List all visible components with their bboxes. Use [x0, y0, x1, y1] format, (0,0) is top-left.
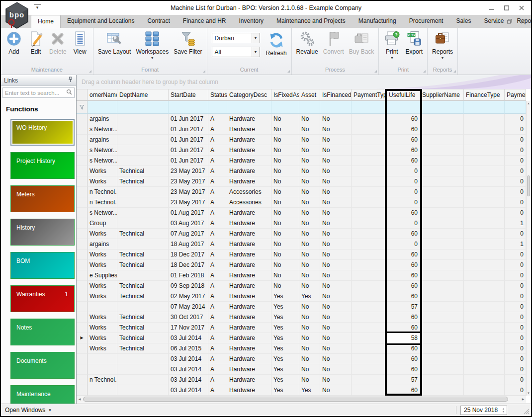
save-layout-button[interactable]: Save Layout: [96, 30, 133, 56]
grid-cell[interactable]: argains: [88, 239, 117, 250]
grid-cell[interactable]: A: [208, 343, 227, 354]
grid-cell[interactable]: 0: [505, 270, 526, 281]
search-icon[interactable]: [66, 89, 72, 96]
grid-cell[interactable]: 03 Jul 2014: [169, 364, 208, 375]
grid-cell[interactable]: [88, 385, 117, 396]
view-button[interactable]: View: [70, 30, 90, 56]
grid-cell[interactable]: No: [271, 176, 299, 187]
grid-cell[interactable]: Yes: [271, 354, 299, 364]
grid-cell[interactable]: 0: [387, 176, 420, 187]
grid-cell[interactable]: Accessories: [227, 197, 271, 208]
buy-back-button[interactable]: Buy Back: [347, 30, 376, 56]
grid-cell[interactable]: No: [271, 239, 299, 250]
grid-cell[interactable]: Hardware: [227, 135, 271, 145]
grid-cell[interactable]: A: [208, 114, 227, 124]
grid-cell[interactable]: [464, 208, 505, 218]
grid-cell[interactable]: Works: [88, 312, 117, 323]
horizontal-scrollbar-thumb[interactable]: [83, 397, 508, 402]
table-row[interactable]: s Networ...01 Jun 2017AHardwareNoNoNo600: [77, 145, 531, 156]
grid-cell[interactable]: 23 May 2017: [169, 187, 208, 197]
grid-cell[interactable]: [352, 114, 387, 124]
table-row[interactable]: s Networ...01 Aug 2017AHardwareNoNoNo600: [77, 208, 531, 218]
grid-cell[interactable]: [352, 145, 387, 156]
grid-cell[interactable]: s Networ...: [88, 145, 117, 156]
table-row[interactable]: WorksTechnical23 May 2017AHardwareNoNoNo…: [77, 176, 531, 187]
grid-cell[interactable]: Hardware: [227, 124, 271, 135]
grid-group-panel[interactable]: Drag a column header here to group by th…: [77, 75, 531, 89]
grid-cell[interactable]: No: [271, 218, 299, 229]
grid-cell[interactable]: Works: [88, 343, 117, 354]
grid-cell[interactable]: No: [299, 281, 320, 291]
tab-home[interactable]: Home: [31, 15, 61, 28]
grid-cell[interactable]: Technical: [117, 176, 169, 187]
grid-cell[interactable]: Works: [88, 250, 117, 260]
grid-cell[interactable]: A: [208, 333, 227, 343]
grid-cell[interactable]: No: [271, 229, 299, 239]
grid-cell[interactable]: No: [320, 239, 352, 250]
grid-cell[interactable]: [420, 250, 464, 260]
grid-cell[interactable]: Hardware: [227, 260, 271, 270]
grid-cell[interactable]: [464, 114, 505, 124]
grid-cell[interactable]: s Networ...: [88, 156, 117, 166]
tab-equipment-and-locations[interactable]: Equipment and Locations: [61, 15, 141, 28]
grid-cell[interactable]: Yes: [271, 291, 299, 302]
ribbon-close-button[interactable]: [517, 16, 528, 26]
grid-cell[interactable]: No: [320, 364, 352, 375]
grid-cell[interactable]: No: [320, 385, 352, 396]
grid-cell[interactable]: 60: [387, 250, 420, 260]
grid-cell[interactable]: [117, 364, 169, 375]
grid-cell[interactable]: A: [208, 229, 227, 239]
grid-cell[interactable]: [464, 166, 505, 176]
export-button[interactable]: XLSX Export: [403, 30, 425, 56]
table-row[interactable]: e Supplies...01 Feb 2018AHardwareNoNoNo6…: [77, 270, 531, 281]
grid-cell[interactable]: No: [320, 145, 352, 156]
grid-cell[interactable]: A: [208, 250, 227, 260]
table-row[interactable]: 07 May 2014AHardwareYesNoNo570: [77, 302, 531, 312]
grid-cell[interactable]: Hardware: [227, 364, 271, 375]
grid-cell[interactable]: [352, 312, 387, 323]
grid-cell[interactable]: [420, 166, 464, 176]
grid-cell[interactable]: Works: [88, 291, 117, 302]
grid-cell[interactable]: No: [299, 312, 320, 323]
grid-cell[interactable]: 0: [505, 156, 526, 166]
table-row[interactable]: ▶WorksTechnical03 Jul 2014AHardwareYesNo…: [77, 333, 531, 343]
grid-cell[interactable]: No: [271, 270, 299, 281]
grid-cell[interactable]: 01 Jun 2017: [169, 156, 208, 166]
grid-cell[interactable]: Works: [88, 229, 117, 239]
grid-cell[interactable]: 0: [387, 197, 420, 208]
grid-cell[interactable]: A: [208, 187, 227, 197]
grid-cell[interactable]: [420, 323, 464, 333]
grid-cell[interactable]: No: [271, 156, 299, 166]
grid-cell[interactable]: A: [208, 156, 227, 166]
grid-cell[interactable]: [352, 375, 387, 385]
grid-cell[interactable]: Works: [88, 260, 117, 270]
tab-maintenance-and-projects[interactable]: Maintenance and Projects: [270, 15, 352, 28]
grid-cell[interactable]: 0: [505, 281, 526, 291]
grid-cell[interactable]: [464, 343, 505, 354]
grid-cell[interactable]: [464, 145, 505, 156]
grid-cell[interactable]: No: [320, 250, 352, 260]
grid-cell[interactable]: Technical: [117, 281, 169, 291]
grid-cell[interactable]: Yes: [299, 291, 320, 302]
grid-cell[interactable]: Yes: [271, 385, 299, 396]
save-filter-button[interactable]: Save Filter: [172, 30, 204, 56]
grid-cell[interactable]: 17 Nov 2017: [169, 323, 208, 333]
grid-cell[interactable]: Technical: [117, 333, 169, 343]
grid-cell[interactable]: [420, 375, 464, 385]
table-row[interactable]: argains01 Jun 2017AHardwareNoNoNo600: [77, 114, 531, 124]
grid-cell[interactable]: argains: [88, 114, 117, 124]
grid-cell[interactable]: No: [299, 124, 320, 135]
filter-combobox[interactable]: All ▼: [212, 47, 260, 57]
grid-cell[interactable]: s Networ...: [88, 208, 117, 218]
grid-cell[interactable]: [420, 114, 464, 124]
grid-cell[interactable]: [117, 156, 169, 166]
grid-cell[interactable]: [420, 354, 464, 364]
grid-cell[interactable]: 01 Aug 2017: [169, 208, 208, 218]
grid-cell[interactable]: No: [299, 166, 320, 176]
delete-button[interactable]: Delete: [47, 30, 69, 56]
grid-cell[interactable]: 60: [387, 343, 420, 354]
resize-grip[interactable]: [524, 409, 530, 415]
grid-cell[interactable]: A: [208, 385, 227, 396]
grid-cell[interactable]: 0: [387, 187, 420, 197]
grid-cell[interactable]: [420, 229, 464, 239]
